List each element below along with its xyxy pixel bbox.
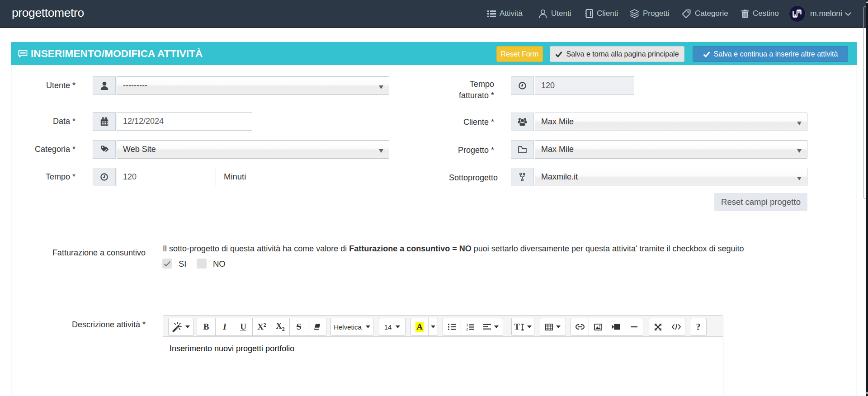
- style-group: [168, 318, 193, 336]
- utente-select[interactable]: ---------: [117, 76, 389, 95]
- nav-label: Cestino: [753, 9, 779, 18]
- color-a-glyph: A: [415, 322, 424, 332]
- fontname-button[interactable]: Helvetica: [330, 318, 373, 336]
- progetto-select[interactable]: Max Mile: [535, 140, 807, 159]
- picture-button[interactable]: [589, 318, 607, 336]
- nav-item-clienti[interactable]: Clienti: [585, 0, 618, 27]
- user-outline-icon: [538, 9, 547, 18]
- layers-icon: [630, 9, 639, 18]
- nav-item-attivita[interactable]: Attività: [487, 0, 523, 27]
- eraser-button[interactable]: [308, 318, 326, 336]
- utente-label: Utente *: [11, 80, 75, 91]
- paragraph-align-button[interactable]: [479, 318, 503, 336]
- nav-item-categorie[interactable]: Categorie: [682, 0, 728, 27]
- tags-icon: [93, 140, 116, 159]
- users-icon: [511, 113, 534, 131]
- color-button[interactable]: A: [410, 318, 429, 336]
- table-group: [540, 318, 566, 336]
- magic-style-button[interactable]: [168, 318, 193, 336]
- insert-group: [571, 318, 643, 336]
- caret-icon: [185, 325, 190, 328]
- nav-label: Progetti: [643, 9, 670, 18]
- scroll-down-arrow-icon[interactable]: [866, 392, 868, 395]
- unordered-list-button[interactable]: [443, 318, 461, 336]
- panel-title: INSERIMENTO/MODIFICA ATTIVITÀ: [31, 48, 203, 60]
- panel-body: Utente * --------- Data * 12/12/2024 Cat…: [11, 65, 857, 396]
- font-group: B I U X2 X2 S: [197, 318, 326, 336]
- trash-icon: [741, 9, 749, 18]
- caret-icon: [494, 325, 499, 328]
- note-editor: B I U X2 X2 S Helvetica 14: [163, 315, 723, 396]
- header-buttons: Reset Form Salva e torna alla pagina pri…: [496, 46, 848, 62]
- video-button[interactable]: [607, 318, 625, 336]
- select-caret-icon: [797, 149, 802, 153]
- select-caret-icon: [379, 149, 383, 153]
- tempo-label: Tempo *: [11, 171, 75, 183]
- nav-label: Categorie: [695, 9, 728, 18]
- save-return-button[interactable]: Salva e torna alla pagina principale: [550, 46, 684, 62]
- help-button[interactable]: ?: [690, 318, 707, 336]
- ordered-list-button[interactable]: 12: [461, 318, 479, 336]
- nav-item-utenti[interactable]: Utenti: [538, 0, 571, 27]
- scrollbar-thumb[interactable]: [863, 6, 866, 199]
- sottoprogetto-select[interactable]: Maxmile.it: [535, 168, 807, 186]
- link-button[interactable]: [571, 318, 589, 336]
- para-group: 12: [443, 318, 503, 336]
- main-nav: Attività Utenti Clienti Progetti Categor…: [0, 0, 866, 27]
- progetto-label: Progetto *: [449, 145, 494, 156]
- horizontal-rule-button[interactable]: [625, 318, 643, 336]
- line-height-button[interactable]: T: [511, 318, 534, 336]
- nav-item-progetti[interactable]: Progetti: [630, 0, 670, 27]
- fatturazione-no-label: NO: [213, 259, 226, 269]
- user-icon: [93, 76, 116, 95]
- categoria-label: Categoria *: [11, 144, 75, 155]
- nav-item-user-menu[interactable]: m.meloni: [789, 0, 851, 27]
- descrizione-label: Descrizione attività *: [11, 319, 146, 330]
- select-caret-icon: [797, 122, 802, 125]
- cliente-select[interactable]: Max Mile: [535, 113, 807, 131]
- tag-icon: [682, 9, 691, 19]
- nav-item-cestino[interactable]: Cestino: [741, 0, 779, 27]
- strikethrough-button[interactable]: S: [289, 318, 308, 336]
- editor-content[interactable]: Inserimento nuovi progetti portfolio: [163, 337, 723, 361]
- scroll-up-arrow-icon[interactable]: [866, 1, 868, 3]
- select-caret-icon: [797, 177, 802, 180]
- activity-panel: INSERIMENTO/MODIFICA ATTIVITÀ Reset Form…: [11, 42, 857, 396]
- fullscreen-button[interactable]: [649, 318, 667, 336]
- italic-button[interactable]: I: [215, 318, 234, 336]
- superscript-button[interactable]: X2: [252, 318, 271, 336]
- save-continue-button[interactable]: Salva e continua a inserire altre attivi…: [693, 46, 848, 62]
- reset-project-fields-button[interactable]: Reset campi progetto: [714, 193, 807, 211]
- fontname-group: Helvetica: [330, 318, 373, 336]
- fontsize-button[interactable]: 14: [379, 318, 406, 336]
- table-button[interactable]: [540, 318, 566, 336]
- caret-icon: [396, 325, 400, 328]
- fatturazione-text: Il sotto-progetto di questa attività ha …: [163, 244, 744, 254]
- fatturazione-no-checkbox[interactable]: [197, 259, 207, 269]
- height-group: T: [511, 318, 534, 336]
- fatturazione-si-checkbox[interactable]: [162, 259, 172, 269]
- clock-icon: [511, 76, 534, 95]
- help-group: ?: [690, 318, 707, 336]
- clock-icon: [93, 168, 116, 186]
- bold-button[interactable]: B: [197, 318, 216, 336]
- underline-button[interactable]: U: [234, 318, 253, 336]
- subscript-button[interactable]: X2: [271, 318, 290, 336]
- reset-form-button[interactable]: Reset Form: [496, 46, 543, 62]
- codeview-button[interactable]: [667, 318, 685, 336]
- sottoprogetto-label: Sottoprogetto: [449, 172, 494, 184]
- categoria-select[interactable]: Web Site: [117, 140, 389, 159]
- fatturazione-si-label: SI: [179, 259, 186, 269]
- tempo-input[interactable]: 120: [117, 168, 216, 186]
- color-caret-button[interactable]: [428, 318, 438, 336]
- tempo-unit: Minuti: [224, 172, 246, 182]
- cliente-label: Cliente *: [449, 117, 494, 128]
- folder-icon: [511, 140, 534, 159]
- avatar: [789, 5, 806, 22]
- select-caret-icon: [379, 85, 383, 89]
- tempo-fatturato-input[interactable]: 120: [535, 76, 634, 95]
- page: progettometro Attività Utenti Clienti Pr…: [0, 0, 868, 396]
- panel-title-wrap: INSERIMENTO/MODIFICA ATTIVITÀ: [18, 48, 203, 60]
- data-input[interactable]: 12/12/2024: [117, 112, 252, 131]
- svg-text:2: 2: [466, 327, 468, 330]
